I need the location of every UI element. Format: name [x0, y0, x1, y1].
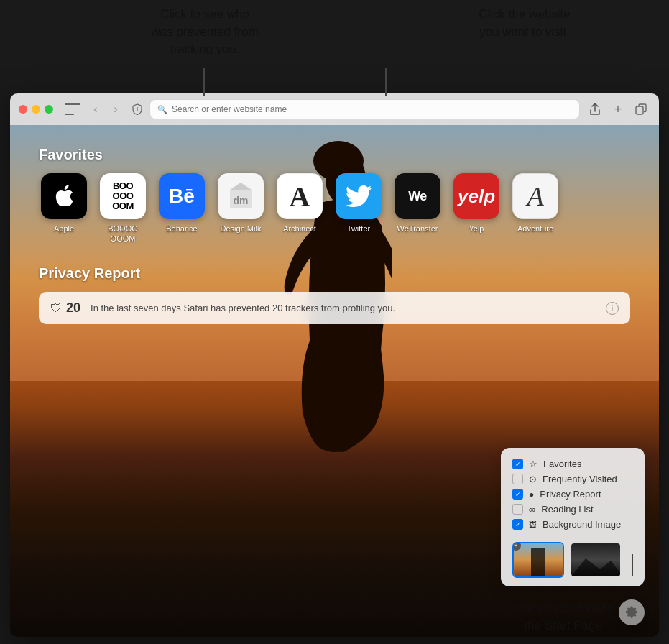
customize-privacy-report-item[interactable]: ● Privacy Report — [512, 487, 633, 502]
website-callout-line — [385, 68, 387, 96]
customize-reading-list-item[interactable]: ∞ Reading List — [512, 502, 633, 517]
favorites-grid: Apple BOOOOOOOM BOOOO OOOM Bē Behance — [39, 173, 630, 244]
favorite-item-wetransfer[interactable]: We WeTransfer — [392, 173, 443, 244]
designmilk-label: Design Milk — [221, 224, 262, 234]
forward-button[interactable]: › — [106, 100, 125, 119]
title-bar: ‹ › 🔍 + — [10, 93, 659, 125]
twitter-icon — [336, 173, 382, 219]
callout-customize: Click to customizethe Start Page. — [482, 600, 647, 635]
nav-buttons: ‹ › — [86, 100, 125, 119]
customize-panel: ☆ Favorites ⊙ Frequently Visited ● Priva… — [501, 448, 645, 586]
minimize-button[interactable] — [32, 105, 40, 114]
apple-icon — [41, 173, 87, 219]
privacy-description: In the last seven days Safari has preven… — [91, 303, 596, 313]
privacy-report-item-label: Privacy Report — [540, 489, 601, 500]
new-tab-button[interactable]: + — [609, 100, 627, 119]
url-input[interactable] — [172, 104, 572, 114]
customize-frequently-visited-item[interactable]: ⊙ Frequently Visited — [512, 472, 633, 487]
favorite-item-archinect[interactable]: A Archinect — [274, 173, 325, 244]
toolbar-right: + — [586, 100, 650, 119]
privacy-report-item-icon: ● — [529, 489, 534, 500]
favorite-item-apple[interactable]: Apple — [39, 173, 89, 244]
search-icon: 🔍 — [157, 105, 167, 114]
privacy-shield-small-icon: 🛡 — [50, 302, 62, 315]
privacy-report-checkbox[interactable] — [512, 489, 523, 500]
favorites-checkbox[interactable] — [512, 459, 523, 469]
favorites-title: Favorites — [39, 147, 630, 163]
privacy-report-bar[interactable]: 🛡 20 In the last seven days Safari has p… — [39, 292, 630, 324]
bg-thumb-sunset[interactable]: × — [512, 542, 564, 578]
behance-label: Behance — [166, 224, 197, 234]
tracker-count: 🛡 20 — [50, 300, 80, 316]
wetransfer-icon: We — [395, 173, 440, 219]
callout-tracking: Click to see who was prevented from trac… — [126, 6, 284, 59]
background-image-checkbox[interactable] — [512, 519, 523, 530]
reading-list-checkbox[interactable] — [512, 504, 523, 515]
boooo-label: BOOOO OOOM — [98, 224, 148, 244]
adventure-icon: A — [512, 173, 558, 219]
tabs-button[interactable] — [632, 100, 650, 119]
customize-background-image-item[interactable]: 🖼 Background Image — [512, 517, 633, 532]
favorite-item-boooo[interactable]: BOOOOOOOM BOOOO OOOM — [98, 173, 148, 244]
browser-content: Favorites Apple BOOOOOOOM BOO — [10, 125, 659, 637]
background-thumbnails: × — [512, 538, 633, 578]
archinect-label: Archinect — [283, 224, 316, 234]
svg-text:dm: dm — [234, 195, 249, 206]
background-image-label: Background Image — [543, 519, 621, 530]
apple-label: Apple — [54, 224, 74, 234]
close-button[interactable] — [19, 105, 27, 114]
twitter-label: Twitter — [347, 224, 370, 234]
yelp-icon: yelp — [453, 173, 499, 219]
favorite-item-yelp[interactable]: yelp Yelp — [451, 173, 502, 244]
privacy-shield-icon[interactable] — [131, 103, 144, 116]
svg-marker-5 — [230, 183, 252, 190]
yelp-label: Yelp — [469, 224, 484, 234]
privacy-report-title: Privacy Report — [39, 265, 630, 282]
customize-callout-line — [632, 554, 634, 576]
privacy-section: Privacy Report 🛡 20 In the last seven da… — [39, 265, 630, 324]
frequently-visited-label: Frequently Visited — [543, 474, 617, 484]
designmilk-icon: dm — [218, 173, 264, 219]
favorites-section: Favorites Apple BOOOOOOOM BOO — [39, 147, 630, 244]
bg-thumb-dark[interactable] — [570, 542, 622, 578]
favorites-item-label: Favorites — [543, 459, 581, 469]
favorite-item-twitter[interactable]: Twitter — [333, 173, 384, 244]
browser-window: ‹ › 🔍 + — [10, 93, 659, 637]
adventure-label: Adventure — [517, 224, 553, 234]
favorite-item-adventure[interactable]: A Adventure — [510, 173, 560, 244]
favorite-item-designmilk[interactable]: dm Design Milk — [216, 173, 266, 244]
privacy-info-button[interactable]: i — [606, 302, 619, 315]
traffic-lights — [19, 105, 53, 114]
bg-thumb-person — [531, 548, 545, 576]
frequently-visited-icon: ⊙ — [529, 474, 537, 484]
favorite-item-behance[interactable]: Bē Behance — [157, 173, 207, 244]
boooo-icon: BOOOOOOOM — [100, 173, 146, 219]
svg-rect-1 — [636, 106, 643, 114]
customize-favorites-item[interactable]: ☆ Favorites — [512, 456, 633, 472]
reading-list-icon: ∞ — [529, 504, 535, 515]
behance-icon: Bē — [159, 173, 205, 219]
archinect-icon: A — [277, 173, 323, 219]
address-bar[interactable]: 🔍 — [149, 99, 580, 119]
favorites-item-icon: ☆ — [529, 459, 537, 469]
svg-marker-7 — [571, 558, 622, 576]
wetransfer-label: WeTransfer — [397, 224, 438, 234]
tracking-callout-line — [203, 68, 205, 96]
callout-website: Click the website you want to visit. — [446, 6, 604, 41]
reading-list-label: Reading List — [541, 504, 593, 515]
thumb-mountain-icon — [571, 555, 622, 576]
frequently-visited-checkbox[interactable] — [512, 474, 523, 484]
tracker-number: 20 — [66, 300, 80, 316]
maximize-button[interactable] — [45, 105, 53, 114]
sidebar-toggle-button[interactable] — [65, 104, 80, 115]
back-button[interactable]: ‹ — [86, 100, 105, 119]
background-image-icon: 🖼 — [529, 520, 537, 529]
share-button[interactable] — [586, 100, 604, 119]
